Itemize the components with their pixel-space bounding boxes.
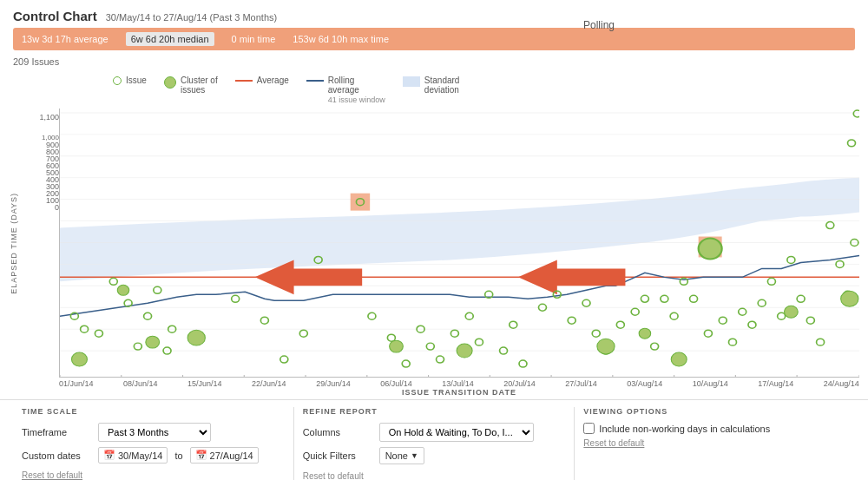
issue-dot[interactable] [510,321,517,328]
issue-dot[interactable] [154,286,161,293]
quick-filters-label: Quick Filters [303,450,372,461]
issue-dot[interactable] [848,140,856,147]
columns-select[interactable]: On Hold & Waiting, To Do, I... [379,423,534,442]
issue-dot[interactable] [631,308,639,315]
issue-dot[interactable] [109,278,117,285]
issue-dot[interactable] [826,222,834,229]
issue-dot[interactable] [778,312,786,319]
issue-dot[interactable] [680,278,687,285]
issue-dot[interactable] [853,110,859,117]
date-from-field[interactable]: 📅 30/May/14 [98,447,168,464]
date-to-field[interactable]: 📅 27/Aug/14 [190,447,259,464]
issue-dot[interactable] [806,317,814,324]
cluster-dot-highlighted[interactable] [699,239,722,260]
stddev-label: Standarddeviation [424,76,460,95]
issue-dot-icon [113,76,122,85]
stddev-rect-icon [403,76,420,87]
issue-dot[interactable] [661,295,668,302]
cluster-dot[interactable] [671,352,687,366]
columns-row: Columns On Hold & Waiting, To Do, I... [303,423,566,442]
rolling-label: Rollingaverage41 issue window [328,76,385,104]
issue-dot[interactable] [134,343,141,350]
viewing-options-section: VIEWING OPTIONS Include non-working days… [575,407,855,480]
x-axis-title: ISSUE TRANSITION DATE [9,388,859,397]
issue-dot[interactable] [728,339,736,345]
max-stat: 153w 6d 10h max time [293,34,389,44]
issue-dot[interactable] [592,330,600,337]
issue-dot[interactable] [144,312,152,319]
issue-dot[interactable] [748,321,756,328]
issue-dot[interactable] [616,321,624,328]
issue-dot[interactable] [280,356,288,363]
issue-dot[interactable] [387,334,395,341]
x-axis-labels: 01/Jun/14 08/Jun/14 15/Jun/14 22/Jun/14 … [9,379,859,388]
cluster-dot[interactable] [117,285,128,295]
min-stat: 0 min time [232,34,276,44]
calendar-to-icon: 📅 [195,450,207,461]
custom-dates-row: Custom dates 📅 30/May/14 to 📅 27/Aug/14 [22,447,285,464]
viewing-options-label: VIEWING OPTIONS [583,407,846,416]
issue-dot[interactable] [739,308,746,315]
issue-dot[interactable] [758,299,766,306]
refine-report-reset[interactable]: Reset to default [303,471,364,480]
issue-dot[interactable] [519,360,527,367]
legend-average: Average [235,76,289,85]
issue-dot[interactable] [651,343,659,350]
cluster-dot[interactable] [639,328,650,339]
issue-dot[interactable] [450,330,458,337]
issue-dot[interactable] [465,312,473,319]
cluster-dot[interactable] [457,344,472,358]
issue-dot[interactable] [260,317,268,324]
refine-report-section: REFINE REPORT Columns On Hold & Waiting,… [294,407,575,480]
issue-dot[interactable] [817,339,825,345]
issue-dot[interactable] [704,330,712,337]
issue-dot[interactable] [437,356,444,363]
issue-dot[interactable] [232,295,240,302]
non-working-days-checkbox[interactable] [583,423,595,434]
non-working-days-checkbox-label[interactable]: Include non-working days in calculations [583,423,846,434]
chart-legend: Issue Cluster ofissues Average Rollingav… [9,71,859,108]
legend-cluster: Cluster ofissues [164,76,218,95]
issue-dot[interactable] [582,299,590,306]
time-scale-label: TIME SCALE [22,407,285,416]
issue-dot[interactable] [402,360,410,367]
issue-dot[interactable] [719,317,727,324]
issue-dot[interactable] [368,312,376,319]
issue-dot[interactable] [568,317,575,324]
issue-dot[interactable] [767,278,775,285]
issue-dot[interactable] [95,330,102,337]
page-container: Control Chart 30/May/14 to 27/Aug/14 (Pa… [0,0,868,480]
cluster-dot[interactable] [785,306,799,318]
time-scale-reset[interactable]: Reset to default [22,470,82,480]
legend-rolling: Rollingaverage41 issue window [306,76,385,104]
issue-dot[interactable] [787,256,795,263]
y-axis-title: ELAPSED TIME (DAYS) [10,193,25,294]
chart-canvas [59,108,859,378]
cluster-dot[interactable] [841,291,858,306]
issue-dot[interactable] [641,295,648,302]
issue-dot[interactable] [299,330,307,337]
timeframe-row: Timeframe Past 3 Months [22,423,285,442]
average-stat: 13w 3d 17h average [22,34,108,44]
quick-filters-dropdown[interactable]: None ▼ [379,447,424,464]
issue-dot[interactable] [690,295,698,302]
cluster-dot[interactable] [71,352,87,366]
cluster-dot[interactable] [390,340,404,352]
issue-dot[interactable] [426,343,434,350]
issues-count: 209 Issues [0,55,868,71]
cluster-label: Cluster ofissues [181,76,218,95]
cluster-dot[interactable] [597,339,615,354]
cluster-dot[interactable] [146,336,160,348]
chart-svg [60,108,859,377]
cluster-dot-icon [164,76,176,89]
timeframe-select[interactable]: Past 3 Months [98,423,211,442]
custom-dates-label: Custom dates [22,450,91,461]
issue-dot[interactable] [670,312,678,319]
issue-dot[interactable] [797,295,805,302]
average-line-icon [235,80,253,82]
issue-dot[interactable] [475,339,483,345]
stats-bar: 13w 3d 17h average 6w 6d 20h median 0 mi… [13,28,855,50]
viewing-options-reset[interactable]: Reset to default [583,438,846,448]
cluster-dot[interactable] [187,330,205,345]
chart-header: Control Chart 30/May/14 to 27/Aug/14 (Pa… [0,0,868,28]
